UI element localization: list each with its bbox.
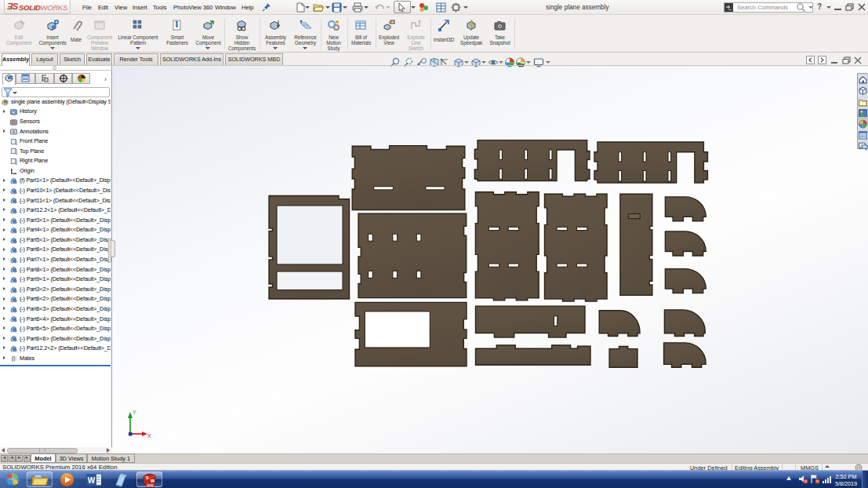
svg-text:X: X <box>147 433 151 439</box>
svg-text:S: S <box>146 475 149 479</box>
svg-text:2016: 2016 <box>147 484 153 487</box>
svg-text:Y: Y <box>133 410 136 415</box>
svg-text:W: W <box>88 476 96 485</box>
svg-text:W: W <box>151 479 155 483</box>
